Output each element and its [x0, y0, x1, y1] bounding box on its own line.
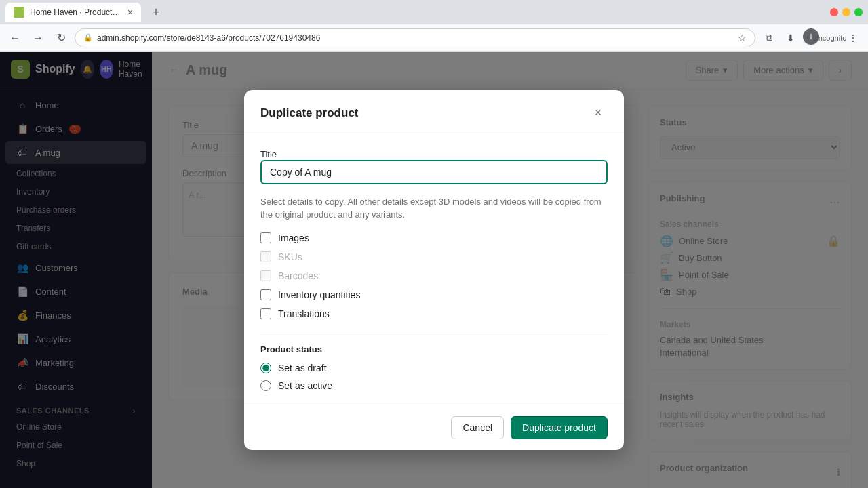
barcodes-checkbox-item: Barcodes — [260, 270, 608, 281]
duplicate-product-button[interactable]: Duplicate product — [511, 416, 608, 439]
barcodes-checkbox[interactable] — [260, 270, 271, 281]
window-close-button[interactable] — [830, 8, 838, 16]
modal-body: Title Select details to copy. All other … — [244, 134, 624, 405]
bookmark-icon[interactable]: ☆ — [738, 33, 747, 43]
modal-title-group: Title — [260, 148, 608, 184]
modal-title-input[interactable] — [260, 160, 608, 184]
duplicate-product-modal: Duplicate product × Title Select details… — [244, 90, 624, 450]
set-as-active-radio-item: Set as active — [260, 380, 608, 391]
url-text: admin.shopify.com/store/de8143-a6/produc… — [97, 33, 734, 43]
download-button[interactable]: ⬇ — [781, 28, 800, 47]
modal-title-field-label: Title — [260, 149, 277, 159]
refresh-button[interactable]: ↻ — [52, 28, 71, 47]
set-as-draft-radio[interactable] — [260, 363, 271, 373]
extensions-button[interactable]: ⧉ — [760, 28, 778, 47]
translations-checkbox-label: Translations — [278, 308, 330, 319]
browser-nav: ← → ↻ 🔒 admin.shopify.com/store/de8143-a… — [0, 24, 868, 52]
tab-title: Home Haven · Products · A mu... — [30, 7, 122, 17]
modal-close-button[interactable]: × — [589, 104, 608, 123]
images-checkbox-label: Images — [278, 232, 309, 243]
inventory-quantities-checkbox[interactable] — [260, 289, 271, 300]
set-as-active-label: Set as active — [278, 380, 332, 391]
browser-chrome: Home Haven · Products · A mu... × + ← → … — [0, 0, 868, 52]
window-minimize-button[interactable] — [842, 8, 850, 16]
new-tab-button[interactable]: + — [146, 3, 165, 22]
barcodes-checkbox-label: Barcodes — [278, 270, 318, 281]
tab-close-button[interactable]: × — [127, 7, 133, 18]
window-maximize-button[interactable] — [854, 8, 863, 16]
inventory-quantities-label: Inventory quantities — [278, 289, 360, 300]
modal-footer: Cancel Duplicate product — [244, 405, 624, 450]
images-checkbox-item: Images — [260, 232, 608, 243]
ssl-lock-icon: 🔒 — [83, 33, 93, 42]
product-status-title: Product status — [260, 344, 608, 354]
modal-checkbox-group: Images SKUs Barcodes Inventory quantitie… — [260, 232, 608, 319]
tab-favicon — [14, 7, 24, 18]
forward-button[interactable]: → — [28, 28, 47, 47]
url-bar[interactable]: 🔒 admin.shopify.com/store/de8143-a6/prod… — [75, 28, 755, 47]
skus-checkbox-item: SKUs — [260, 251, 608, 262]
browser-tab[interactable]: Home Haven · Products · A mu... × — [5, 3, 141, 22]
set-as-draft-radio-item: Set as draft — [260, 363, 608, 373]
modal-divider — [260, 333, 608, 333]
back-button[interactable]: ← — [5, 28, 24, 47]
images-checkbox[interactable] — [260, 232, 271, 243]
menu-button[interactable]: ⋮ — [844, 28, 863, 47]
incognito-button[interactable]: Incognito — [822, 28, 841, 47]
browser-titlebar: Home Haven · Products · A mu... × + — [0, 0, 868, 24]
modal-header: Duplicate product × — [244, 90, 624, 134]
cancel-button[interactable]: Cancel — [451, 416, 504, 439]
translations-checkbox-item: Translations — [260, 308, 608, 319]
modal-backdrop[interactable]: Duplicate product × Title Select details… — [0, 52, 868, 488]
product-status-radio-group: Set as draft Set as active — [260, 363, 608, 391]
set-as-draft-label: Set as draft — [278, 363, 327, 373]
skus-checkbox-label: SKUs — [278, 251, 302, 262]
skus-checkbox[interactable] — [260, 251, 271, 262]
set-as-active-radio[interactable] — [260, 380, 271, 391]
inventory-quantities-checkbox-item: Inventory quantities — [260, 289, 608, 300]
modal-title: Duplicate product — [260, 106, 359, 120]
modal-description: Select details to copy. All other detail… — [260, 195, 608, 222]
translations-checkbox[interactable] — [260, 308, 271, 319]
